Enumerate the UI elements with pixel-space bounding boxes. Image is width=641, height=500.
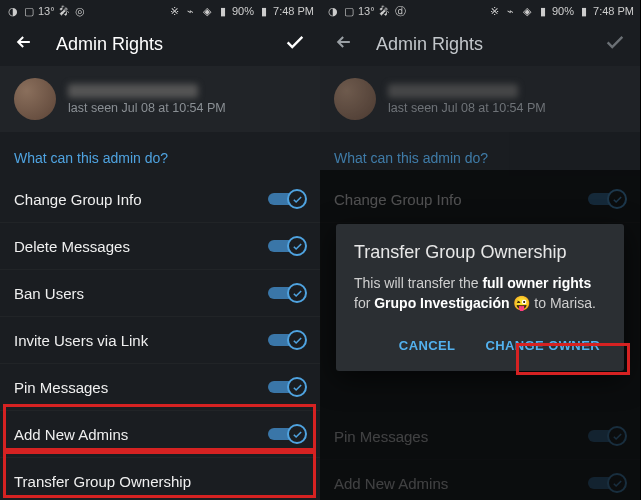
app-icon: ⓓ [394,5,407,18]
perm-label: Invite Users via Link [14,332,268,349]
perm-invite-link[interactable]: Invite Users via Link [0,317,320,364]
transfer-ownership-dialog: Transfer Group Ownership This will trans… [336,224,624,371]
user-status: last seen Jul 08 at 10:54 PM [388,101,546,115]
screen-left: ◑ ▢ 13° 🎤︎ ◎ ※ ⌁ ◈ ▮ 90% ▮ 7:48 PM Admin… [0,0,320,500]
back-icon[interactable] [334,32,354,56]
page-title: Admin Rights [56,34,262,55]
toggle-on-icon[interactable] [268,284,306,302]
toggle-on-icon[interactable] [268,378,306,396]
signal-icon: ▮ [536,5,549,18]
perm-label: Pin Messages [14,379,268,396]
screen-right: ◑ ▢ 13° 🎤︎ ⓓ ※ ⌁ ◈ ▮ 90% ▮ 7:48 PM Admin… [320,0,640,500]
clock-time: 7:48 PM [593,5,634,17]
status-bar: ◑ ▢ 13° 🎤︎ ⓓ ※ ⌁ ◈ ▮ 90% ▮ 7:48 PM [320,0,640,22]
mic-icon: 🎤︎ [58,5,71,18]
steam-icon: ◑ [326,5,339,18]
perm-delete-messages[interactable]: Delete Messages [0,223,320,270]
user-name [68,84,198,98]
wifi-icon: ◈ [200,5,213,18]
bluetooth-icon: ⌁ [504,5,517,18]
toggle-on-icon[interactable] [268,190,306,208]
back-icon[interactable] [14,32,34,56]
perm-pin-messages[interactable]: Pin Messages [0,364,320,411]
battery-pct: 90% [552,5,574,17]
confirm-icon[interactable] [604,31,626,57]
gallery-icon: ▢ [22,5,35,18]
bluetooth-icon: ⌁ [184,5,197,18]
cancel-button[interactable]: CANCEL [393,330,462,361]
toggle-on-icon[interactable] [268,425,306,443]
header: Admin Rights [0,22,320,66]
perm-label: Delete Messages [14,238,268,255]
battery-pct: 90% [232,5,254,17]
signal-icon: ▮ [216,5,229,18]
temperature: 13° [358,5,375,17]
status-bar: ◑ ▢ 13° 🎤︎ ◎ ※ ⌁ ◈ ▮ 90% ▮ 7:48 PM [0,0,320,22]
perm-label: Ban Users [14,285,268,302]
avatar [14,78,56,120]
avatar [334,78,376,120]
header: Admin Rights [320,22,640,66]
perm-change-info[interactable]: Change Group Info [0,176,320,223]
perm-label: Change Group Info [14,191,268,208]
user-name [388,84,518,98]
gallery-icon: ▢ [342,5,355,18]
mic-icon: 🎤︎ [378,5,391,18]
perm-label: Add New Admins [14,426,268,443]
perm-ban-users[interactable]: Ban Users [0,270,320,317]
confirm-icon[interactable] [284,31,306,57]
battery-icon: ▮ [257,5,270,18]
dialog-body: This will transfer the full owner rights… [354,273,606,314]
dialog-title: Transfer Group Ownership [354,242,606,263]
vibrate-icon: ※ [168,5,181,18]
page-title: Admin Rights [376,34,582,55]
user-row[interactable]: last seen Jul 08 at 10:54 PM [0,66,320,132]
toggle-on-icon[interactable] [268,331,306,349]
perm-transfer-ownership[interactable]: Transfer Group Ownership [0,458,320,500]
clock-icon: ◎ [74,5,87,18]
change-owner-button[interactable]: CHANGE OWNER [479,330,606,361]
user-status: last seen Jul 08 at 10:54 PM [68,101,226,115]
section-label: What can this admin do? [0,132,320,176]
steam-icon: ◑ [6,5,19,18]
perm-add-admins[interactable]: Add New Admins [0,411,320,458]
toggle-on-icon[interactable] [268,237,306,255]
wifi-icon: ◈ [520,5,533,18]
clock-time: 7:48 PM [273,5,314,17]
user-row: last seen Jul 08 at 10:54 PM [320,66,640,132]
battery-icon: ▮ [577,5,590,18]
temperature: 13° [38,5,55,17]
vibrate-icon: ※ [488,5,501,18]
perm-label: Transfer Group Ownership [14,473,306,490]
